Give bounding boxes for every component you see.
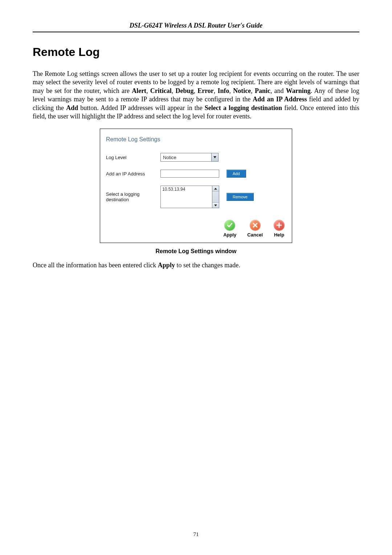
destination-row: Select a logging destination 10.53.13.94… (106, 186, 286, 208)
scroll-up-icon[interactable] (212, 186, 219, 191)
header-rule (33, 32, 359, 32)
page-number: 71 (0, 531, 392, 538)
chevron-down-icon[interactable] (211, 153, 219, 162)
remote-log-settings-panel: Remote Log Settings Log Level Notice Add… (100, 129, 292, 243)
apply-button[interactable]: Apply (223, 220, 236, 238)
add-ip-label: Add an IP Address (106, 171, 160, 177)
add-ip-input[interactable] (160, 170, 219, 178)
remove-button[interactable]: Remove (226, 193, 254, 201)
help-button[interactable]: Help (274, 220, 285, 238)
log-level-select[interactable]: Notice (160, 153, 219, 162)
log-level-row: Log Level Notice (106, 153, 286, 162)
cancel-label: Cancel (247, 232, 263, 238)
log-level-label: Log Level (106, 155, 160, 160)
action-row: Apply Cancel Help (106, 220, 286, 238)
figure-caption: Remote Log Settings window (33, 248, 359, 255)
destination-label: Select a logging destination (106, 191, 160, 202)
add-ip-row: Add an IP Address Add (106, 170, 286, 178)
apply-label: Apply (223, 232, 236, 238)
scroll-track[interactable] (212, 191, 219, 202)
add-button[interactable]: Add (226, 170, 246, 178)
page-header-title: DSL-G624T Wireless A DSL Router User's G… (33, 22, 359, 32)
svg-marker-0 (213, 156, 216, 158)
intro-paragraph: The Remote Log settings screen allows th… (33, 70, 359, 121)
list-item[interactable]: 10.53.13.94 (162, 187, 211, 192)
checkmark-icon (224, 220, 235, 231)
trailing-paragraph: Once all the information has been entere… (33, 261, 359, 270)
cancel-button[interactable]: Cancel (247, 220, 263, 238)
destination-list-body: 10.53.13.94 (160, 186, 212, 208)
help-label: Help (274, 232, 284, 238)
close-icon (250, 220, 261, 231)
log-level-value: Notice (160, 153, 211, 162)
scroll-down-icon[interactable] (212, 202, 219, 208)
destination-listbox[interactable]: 10.53.13.94 (160, 186, 219, 208)
scrollbar[interactable] (212, 186, 219, 208)
plus-icon (274, 220, 285, 231)
section-title: Remote Log (33, 45, 359, 59)
svg-marker-2 (214, 204, 217, 206)
panel-heading: Remote Log Settings (106, 136, 286, 143)
svg-marker-1 (214, 188, 217, 190)
